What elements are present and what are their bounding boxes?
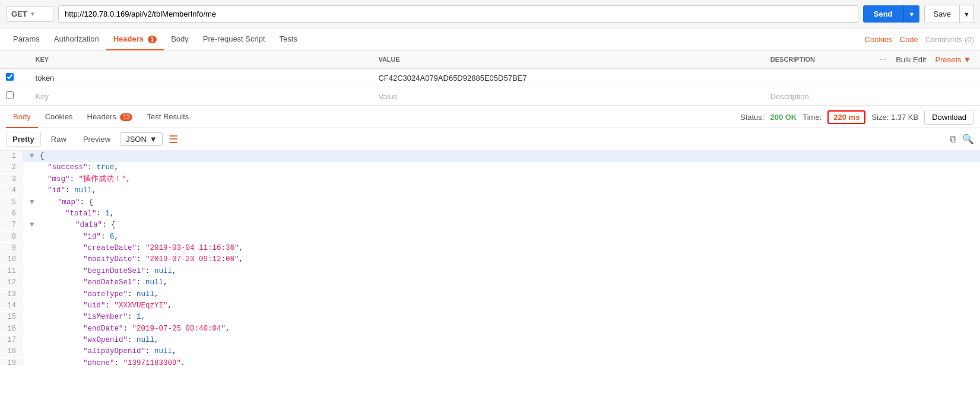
line-content: "phone": "13971183309", xyxy=(23,358,186,365)
line-number: 5 xyxy=(0,197,23,208)
line-number: 13 xyxy=(0,289,23,300)
line-number: 14 xyxy=(0,300,23,312)
row1-checkbox[interactable] xyxy=(6,73,14,81)
status-value: 200 OK xyxy=(770,113,797,122)
format-right-actions: ⧉ 🔍 xyxy=(950,134,974,145)
code-line: 1▼ { xyxy=(0,151,980,162)
format-bar: Pretty Raw Preview JSON ▼ ☰ ⧉ 🔍 xyxy=(0,128,980,151)
line-number: 18 xyxy=(0,346,23,357)
resp-headers-badge: 13 xyxy=(120,113,132,121)
header-actions: ··· Bulk Edit Presets ▼ xyxy=(876,54,974,65)
save-button[interactable]: Save xyxy=(924,5,960,23)
col-description: DESCRIPTION ··· Bulk Edit Presets ▼ xyxy=(765,50,980,69)
more-button[interactable]: ··· xyxy=(876,54,890,65)
url-input[interactable] xyxy=(58,5,858,23)
fmt-tab-pretty[interactable]: Pretty xyxy=(6,132,41,147)
code-line: 13 "dateType": null, xyxy=(0,289,980,300)
code-line: 9 "createDate": "2019-03-04 11:16:36", xyxy=(0,243,980,254)
row2-checkbox[interactable] xyxy=(6,91,14,99)
format-label: JSON xyxy=(126,135,147,144)
code-line: 8 "id": 6, xyxy=(0,231,980,243)
tab-headers[interactable]: Headers 1 xyxy=(106,28,164,50)
col-checkbox xyxy=(0,50,30,69)
code-line: 15 "isMember": 1, xyxy=(0,312,980,323)
header-row-new: Key Value Description xyxy=(0,87,980,106)
send-button[interactable]: Send xyxy=(863,5,903,23)
tab-body[interactable]: Body xyxy=(164,28,196,50)
code-line: 17 "wxOpenid": null, xyxy=(0,335,980,346)
send-dropdown-button[interactable]: ▼ xyxy=(903,5,920,23)
bulk-edit-button[interactable]: Bulk Edit xyxy=(893,55,929,64)
tab-prerequest[interactable]: Pre-request Script xyxy=(196,28,272,50)
line-number: 17 xyxy=(0,335,23,346)
code-link[interactable]: Code xyxy=(900,35,918,44)
code-line: 12 "endDateSel": null, xyxy=(0,277,980,288)
send-button-group: Send ▼ xyxy=(863,5,920,23)
code-line: 7▼ "data": { xyxy=(0,220,980,231)
line-number: 12 xyxy=(0,277,23,288)
headers-table: KEY VALUE DESCRIPTION ··· Bulk Edit Pres… xyxy=(0,50,980,106)
line-content: "wxOpenid": null, xyxy=(23,335,159,346)
row1-key[interactable]: token xyxy=(30,69,373,87)
copy-icon[interactable]: ⧉ xyxy=(950,134,956,145)
format-arrow-icon: ▼ xyxy=(150,135,157,144)
line-number: 8 xyxy=(0,231,23,243)
line-content: "endDateSel": null, xyxy=(23,277,168,288)
row1-value[interactable]: CF42C3024A079AD65D92885E05D57BE7 xyxy=(372,69,764,87)
download-button[interactable]: Download xyxy=(924,110,974,125)
line-content: "createDate": "2019-03-04 11:16:36", xyxy=(23,243,243,254)
fmt-tab-raw[interactable]: Raw xyxy=(45,132,73,147)
url-bar: GET ▼ Send ▼ Save ▼ xyxy=(0,0,980,28)
resp-tab-cookies[interactable]: Cookies xyxy=(38,106,80,128)
status-label: Status: xyxy=(740,113,764,122)
collapse-arrow-icon[interactable]: ▼ xyxy=(30,221,39,229)
line-number: 6 xyxy=(0,208,23,220)
row2-key[interactable]: Key xyxy=(30,87,373,106)
header-row-token: token CF42C3024A079AD65D92885E05D57BE7 xyxy=(0,69,980,87)
resp-tab-test-results[interactable]: Test Results xyxy=(139,106,196,128)
save-dropdown-button[interactable]: ▼ xyxy=(960,5,974,23)
line-number: 11 xyxy=(0,266,23,277)
headers-badge: 1 xyxy=(148,36,157,43)
line-content: ▼ "data": { xyxy=(23,220,116,231)
line-content: "endDate": "2019-07-25 00:40:04", xyxy=(23,323,230,335)
row1-desc[interactable] xyxy=(765,69,980,87)
code-line: 16 "endDate": "2019-07-25 00:40:04", xyxy=(0,323,980,335)
method-select[interactable]: GET ▼ xyxy=(6,6,53,22)
wrap-icon[interactable]: ☰ xyxy=(169,133,178,146)
code-area: 1▼ {2 "success": true,3 "msg": "操作成功！",4… xyxy=(0,151,980,365)
line-number: 3 xyxy=(0,174,23,185)
collapse-arrow-icon[interactable]: ▼ xyxy=(30,152,39,160)
row2-value[interactable]: Value xyxy=(372,87,764,106)
line-number: 7 xyxy=(0,220,23,231)
response-bar: Body Cookies Headers 13 Test Results Sta… xyxy=(0,106,980,128)
line-content: "modifyDate": "2019-07-23 09:12:08", xyxy=(23,254,243,265)
code-line: 6 "total": 1, xyxy=(0,208,980,220)
tab-params[interactable]: Params xyxy=(6,28,47,50)
time-label: Time: xyxy=(803,113,822,122)
row2-desc[interactable]: Description xyxy=(765,87,980,106)
tab-tests[interactable]: Tests xyxy=(272,28,305,50)
request-tabs: Params Authorization Headers 1 Body Pre-… xyxy=(0,28,980,50)
code-line: 4 "id": null, xyxy=(0,185,980,196)
line-number: 15 xyxy=(0,312,23,323)
response-status-area: Status: 200 OK Time: 220 ms Size: 1.37 K… xyxy=(740,110,974,125)
presets-button[interactable]: Presets ▼ xyxy=(932,55,974,64)
line-content: "msg": "操作成功！", xyxy=(23,174,131,185)
code-line: 18 "alipayOpenid": null, xyxy=(0,346,980,357)
code-line: 14 "uid": "XXXVUEqzYI", xyxy=(0,300,980,312)
tab-authorization[interactable]: Authorization xyxy=(47,28,106,50)
line-number: 2 xyxy=(0,162,23,173)
line-content: "alipayOpenid": null, xyxy=(23,346,177,357)
collapse-arrow-icon[interactable]: ▼ xyxy=(30,198,39,207)
line-content: "uid": "XXXVUEqzYI", xyxy=(23,300,172,312)
search-icon[interactable]: 🔍 xyxy=(962,134,974,145)
comments-link[interactable]: Comments (0) xyxy=(925,35,974,44)
format-select[interactable]: JSON ▼ xyxy=(120,132,163,146)
cookies-link[interactable]: Cookies xyxy=(865,35,893,44)
code-line: 11 "beginDateSel": null, xyxy=(0,266,980,277)
resp-tab-body[interactable]: Body xyxy=(6,106,38,128)
fmt-tab-preview[interactable]: Preview xyxy=(77,132,117,147)
resp-tab-headers[interactable]: Headers 13 xyxy=(80,106,140,128)
col-value: VALUE xyxy=(372,50,764,69)
